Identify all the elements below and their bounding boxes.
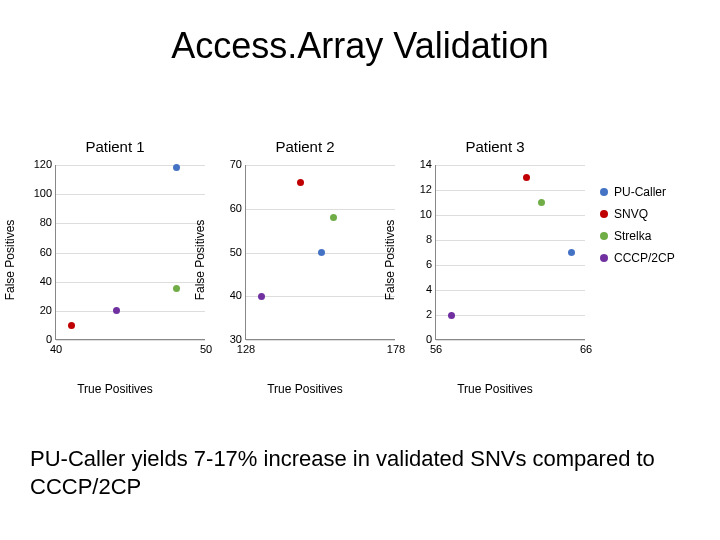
y-tick-label: 12	[406, 183, 432, 195]
data-point-strelka	[330, 214, 337, 221]
chart-patient-1: Patient 1False PositivesTrue Positives02…	[20, 160, 210, 360]
y-tick-label: 80	[26, 216, 52, 228]
x-tick-label: 128	[237, 343, 255, 355]
summary-text: PU-Caller yields 7-17% increase in valid…	[30, 445, 690, 500]
data-point-pu-caller	[568, 249, 575, 256]
y-tick-label: 40	[26, 275, 52, 287]
legend-item: SNVQ	[600, 207, 700, 221]
x-axis-label: True Positives	[210, 382, 400, 396]
page-title: Access.Array Validation	[0, 25, 720, 67]
chart-title: Patient 3	[400, 138, 590, 155]
legend-swatch-icon	[600, 188, 608, 196]
y-tick-label: 10	[406, 208, 432, 220]
y-tick-label: 60	[216, 202, 242, 214]
chart-patient-3: Patient 3False PositivesTrue Positives02…	[400, 160, 590, 360]
y-tick-label: 60	[26, 246, 52, 258]
x-axis-label: True Positives	[400, 382, 590, 396]
charts-row: Patient 1False PositivesTrue Positives02…	[20, 160, 720, 390]
data-point-cccp-2cp	[448, 312, 455, 319]
y-tick-label: 4	[406, 283, 432, 295]
y-axis-label: False Positives	[383, 220, 397, 301]
data-point-pu-caller	[173, 164, 180, 171]
y-tick-label: 100	[26, 187, 52, 199]
data-point-snvq	[68, 322, 75, 329]
legend-label: PU-Caller	[614, 185, 666, 199]
legend-swatch-icon	[600, 254, 608, 262]
legend-item: PU-Caller	[600, 185, 700, 199]
plot-area: 024681012145666	[435, 165, 585, 340]
data-point-snvq	[297, 179, 304, 186]
y-axis-label: False Positives	[193, 220, 207, 301]
legend-label: CCCP/2CP	[614, 251, 675, 265]
legend: PU-CallerSNVQStrelkaCCCP/2CP	[590, 160, 700, 273]
data-point-pu-caller	[318, 249, 325, 256]
y-tick-label: 2	[406, 308, 432, 320]
chart-patient-2: Patient 2False PositivesTrue Positives30…	[210, 160, 400, 360]
legend-label: Strelka	[614, 229, 651, 243]
plot-area: 3040506070128178	[245, 165, 395, 340]
legend-item: Strelka	[600, 229, 700, 243]
x-tick-label: 66	[580, 343, 592, 355]
x-tick-label: 56	[430, 343, 442, 355]
legend-swatch-icon	[600, 210, 608, 218]
y-tick-label: 6	[406, 258, 432, 270]
x-tick-label: 40	[50, 343, 62, 355]
y-tick-label: 120	[26, 158, 52, 170]
data-point-strelka	[538, 199, 545, 206]
legend-item: CCCP/2CP	[600, 251, 700, 265]
chart-title: Patient 2	[210, 138, 400, 155]
y-tick-label: 50	[216, 246, 242, 258]
data-point-cccp-2cp	[113, 307, 120, 314]
y-tick-label: 14	[406, 158, 432, 170]
y-tick-label: 8	[406, 233, 432, 245]
y-tick-label: 70	[216, 158, 242, 170]
data-point-snvq	[523, 174, 530, 181]
y-tick-label: 20	[26, 304, 52, 316]
plot-area: 0204060801001204050	[55, 165, 205, 340]
y-tick-label: 0	[406, 333, 432, 345]
legend-swatch-icon	[600, 232, 608, 240]
y-tick-label: 0	[26, 333, 52, 345]
chart-title: Patient 1	[20, 138, 210, 155]
x-axis-label: True Positives	[20, 382, 210, 396]
data-point-strelka	[173, 285, 180, 292]
data-point-cccp-2cp	[258, 293, 265, 300]
y-axis-label: False Positives	[3, 220, 17, 301]
legend-label: SNVQ	[614, 207, 648, 221]
y-tick-label: 40	[216, 289, 242, 301]
